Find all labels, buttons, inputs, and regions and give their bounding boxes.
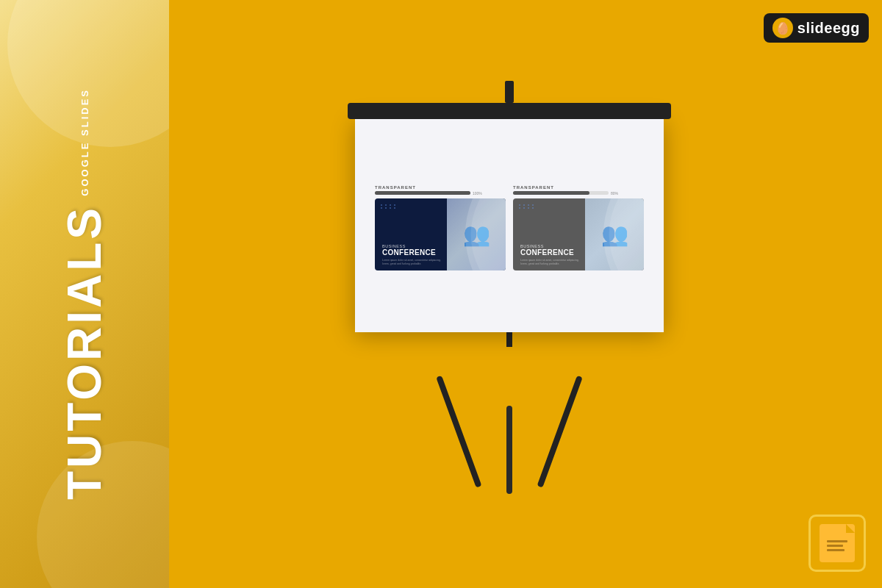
slider-label-1: TRANSPARENT	[375, 185, 506, 190]
slider-track-row-2: 80%	[513, 191, 644, 196]
card-title-large-gray: CONFERENCE	[520, 248, 574, 257]
icon-line-1	[827, 540, 847, 542]
conf-card-blue: 👥 BUSINESS CONFERENCE Lorem ipsum do	[375, 198, 506, 270]
main-area: 🥚 slideegg TRANSPARENT 100%	[169, 0, 882, 588]
dot	[394, 204, 395, 206]
board-connector	[506, 332, 512, 347]
board-top-mount	[505, 81, 514, 103]
icon-line-2	[827, 545, 843, 547]
tripod-left-leg	[436, 376, 481, 488]
icon-line-3	[827, 549, 845, 551]
google-slides-icon-container	[808, 514, 866, 572]
vertical-text-container: GOOGLE SLIDES TUTORIALS	[0, 0, 169, 588]
conf-card-gray: 👥 BUSINESS CONFERENCE Lorem ipsum dolor …	[513, 198, 644, 270]
card-body-text-blue: Lorem ipsum dolor sit amet, consectetur …	[382, 259, 441, 266]
dot	[519, 207, 520, 209]
card-wave-gray	[589, 198, 644, 270]
dot	[390, 204, 391, 206]
dot	[381, 207, 382, 209]
logo-icon: 🥚	[772, 18, 793, 38]
dot	[381, 204, 382, 206]
board-screen: TRANSPARENT 100%	[355, 119, 664, 332]
dot	[394, 207, 395, 209]
slider-fill-2	[513, 191, 589, 195]
dot	[385, 207, 387, 209]
slider-value-2: 80%	[611, 191, 618, 196]
slider-fill-1	[375, 191, 470, 195]
google-slides-label: GOOGLE SLIDES	[79, 88, 90, 196]
presentation-board-container: TRANSPARENT 100%	[348, 81, 671, 494]
card-dots-1	[381, 204, 397, 209]
tripod-legs	[399, 347, 620, 494]
slider-label-2: TRANSPARENT	[513, 185, 644, 190]
card-body-text-gray: Lorem ipsum dolor sit amet, consectetur …	[520, 259, 579, 266]
dot	[523, 204, 525, 206]
slider-track-row-1: 100%	[375, 191, 506, 196]
dot	[390, 207, 391, 209]
dot	[532, 207, 534, 209]
dot	[528, 204, 529, 206]
dot	[528, 207, 529, 209]
card-text-area-blue: BUSINESS CONFERENCE	[382, 244, 436, 257]
dot	[385, 204, 387, 206]
left-panel: GOOGLE SLIDES TUTORIALS	[0, 0, 169, 588]
tripod-center-leg	[506, 406, 512, 494]
slides-row: TRANSPARENT 100%	[375, 185, 644, 270]
dot	[523, 207, 525, 209]
tutorials-label: TUTORIALS	[61, 205, 108, 500]
card-dots-2	[519, 204, 535, 209]
slider-area-2: TRANSPARENT 80%	[513, 185, 644, 196]
board-top-bar	[348, 103, 671, 119]
slides-icon-lines	[827, 536, 847, 551]
dot	[532, 204, 534, 206]
card-text-area-gray: BUSINESS CONFERENCE	[520, 244, 574, 257]
slide-item-2: TRANSPARENT 80%	[513, 185, 644, 270]
dot	[519, 204, 520, 206]
slider-area-1: TRANSPARENT 100%	[375, 185, 506, 196]
logo-text: slideegg	[797, 20, 860, 37]
slide-item-1: TRANSPARENT 100%	[375, 185, 506, 270]
slider-track-2	[513, 191, 609, 195]
slideegg-logo[interactable]: 🥚 slideegg	[764, 13, 869, 43]
card-title-large-blue: CONFERENCE	[382, 248, 436, 257]
slider-track-1	[375, 191, 470, 195]
card-wave-blue	[451, 198, 506, 270]
tripod-right-leg	[537, 376, 583, 488]
slider-value-1: 100%	[473, 191, 482, 196]
google-slides-icon	[820, 524, 855, 562]
